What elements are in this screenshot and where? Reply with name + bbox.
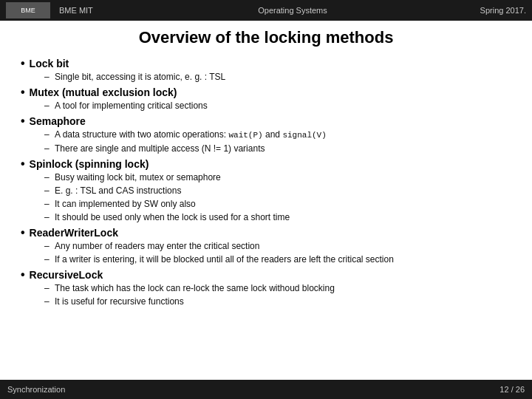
bullet-label: Mutex (mutual exclusion lock)	[30, 86, 177, 98]
sub-text: E. g. : TSL and CAS instructions	[55, 184, 181, 197]
bullet-main: •Mutex (mutual exclusion lock)	[21, 86, 511, 98]
list-item: •RecursiveLock–The task which has the lo…	[21, 269, 511, 308]
sub-item-dash: –There are single and multiple access (N…	[44, 142, 511, 155]
dash-icon: –	[44, 295, 52, 308]
sub-text: A data structure with two atomic operati…	[55, 128, 327, 142]
sub-item-dash: –Single bit, accessing it is atomic, e. …	[44, 70, 511, 83]
bullet-main: •Semaphore	[21, 115, 511, 127]
sub-text: It should be used only when the lock is …	[55, 211, 290, 224]
sub-text: The task which has the lock can re-lock …	[55, 282, 335, 295]
bullet-label: Lock bit	[30, 58, 69, 69]
header-left: BME MIT	[59, 6, 176, 15]
main-content: Overview of the locking methods •Lock bi…	[0, 21, 532, 317]
sub-item-dash: –Any number of readers may enter the cri…	[44, 239, 511, 253]
dash-icon: –	[44, 128, 52, 141]
bullet-main: •RecursiveLock	[21, 269, 511, 281]
bullet-label: RecursiveLock	[30, 269, 103, 281]
list-item: •Spinlock (spinning lock)–Busy waiting l…	[21, 158, 511, 224]
page-title: Overview of the locking methods	[21, 28, 511, 47]
logo-text: BME	[21, 7, 35, 14]
sub-text: Single bit, accessing it is atomic, e. g…	[55, 70, 225, 83]
sub-item: –There are single and multiple access (N…	[21, 142, 511, 155]
header-bar: BME BME MIT Operating Systems Spring 201…	[0, 0, 532, 21]
sub-item-dash: –It can implemented by SW only also	[44, 197, 511, 211]
sub-item-dash: –A data structure with two atomic operat…	[44, 128, 511, 142]
bullet-dot: •	[21, 158, 25, 170]
dash-icon: –	[44, 184, 52, 197]
sub-item: –Any number of readers may enter the cri…	[21, 239, 511, 253]
sub-item: –Single bit, accessing it is atomic, e. …	[21, 70, 511, 83]
sub-item: –If a writer is entering, it will be blo…	[21, 253, 511, 266]
sub-item: –It should be used only when the lock is…	[21, 211, 511, 224]
dash-icon: –	[44, 197, 52, 211]
list-item: •Semaphore–A data structure with two ato…	[21, 115, 511, 155]
bullet-main: •Lock bit	[21, 58, 511, 69]
list-item: •Lock bit–Single bit, accessing it is at…	[21, 58, 511, 83]
dash-icon: –	[44, 70, 52, 83]
dash-icon: –	[44, 211, 52, 224]
header-right: Spring 2017.	[409, 6, 526, 15]
sub-item: –A data structure with two atomic operat…	[21, 128, 511, 142]
sub-item: –E. g. : TSL and CAS instructions	[21, 184, 511, 197]
bullet-main: •ReaderWriterLock	[21, 227, 511, 239]
list-item: •ReaderWriterLock–Any number of readers …	[21, 227, 511, 266]
sub-text: A tool for implementing critical section…	[55, 99, 208, 112]
bullet-label: Spinlock (spinning lock)	[30, 158, 149, 170]
sub-text: There are single and multiple access (N …	[55, 142, 265, 155]
bullet-dot: •	[21, 86, 25, 98]
sub-text: Busy waiting lock bit, mutex or semaphor…	[55, 171, 221, 184]
bullet-main: •Spinlock (spinning lock)	[21, 158, 511, 170]
list-item: •Mutex (mutual exclusion lock)–A tool fo…	[21, 86, 511, 112]
sub-item-dash: –It should be used only when the lock is…	[44, 211, 511, 224]
sub-text: It is useful for recursive functions	[55, 295, 184, 308]
bullet-dot: •	[21, 58, 25, 69]
dash-icon: –	[44, 253, 52, 266]
dash-icon: –	[44, 142, 52, 155]
sub-text: It can implemented by SW only also	[55, 197, 196, 211]
sub-item: –It can implemented by SW only also	[21, 197, 511, 211]
bullet-dot: •	[21, 115, 25, 127]
bullet-label: ReaderWriterLock	[30, 227, 118, 239]
sub-item: –A tool for implementing critical sectio…	[21, 99, 511, 112]
sub-item-dash: –The task which has the lock can re-lock…	[44, 282, 511, 295]
dash-icon: –	[44, 282, 52, 295]
bullet-dot: •	[21, 227, 25, 239]
dash-icon: –	[44, 171, 52, 184]
bullet-dot: •	[21, 269, 25, 281]
sub-item-dash: –If a writer is entering, it will be blo…	[44, 253, 511, 266]
sub-item: –It is useful for recursive functions	[21, 295, 511, 308]
sub-item-dash: –It is useful for recursive functions	[44, 295, 511, 308]
footer-right: 12 / 26	[499, 385, 525, 394]
sub-item: –The task which has the lock can re-lock…	[21, 282, 511, 295]
dash-icon: –	[44, 239, 52, 253]
bullet-label: Semaphore	[30, 115, 86, 127]
sub-item-dash: –Busy waiting lock bit, mutex or semapho…	[44, 171, 511, 184]
header-center: Operating Systems	[176, 6, 409, 15]
dash-icon: –	[44, 99, 52, 112]
sub-item: –Busy waiting lock bit, mutex or semapho…	[21, 171, 511, 184]
sub-item-dash: –E. g. : TSL and CAS instructions	[44, 184, 511, 197]
items-container: •Lock bit–Single bit, accessing it is at…	[21, 58, 511, 308]
sub-text: Any number of readers may enter the crit…	[55, 239, 259, 253]
footer-bar: Synchronization 12 / 26	[0, 380, 532, 399]
logo: BME	[6, 2, 50, 18]
sub-text: If a writer is entering, it will be bloc…	[55, 253, 394, 266]
footer-left: Synchronization	[7, 385, 499, 394]
sub-item-dash: –A tool for implementing critical sectio…	[44, 99, 511, 112]
